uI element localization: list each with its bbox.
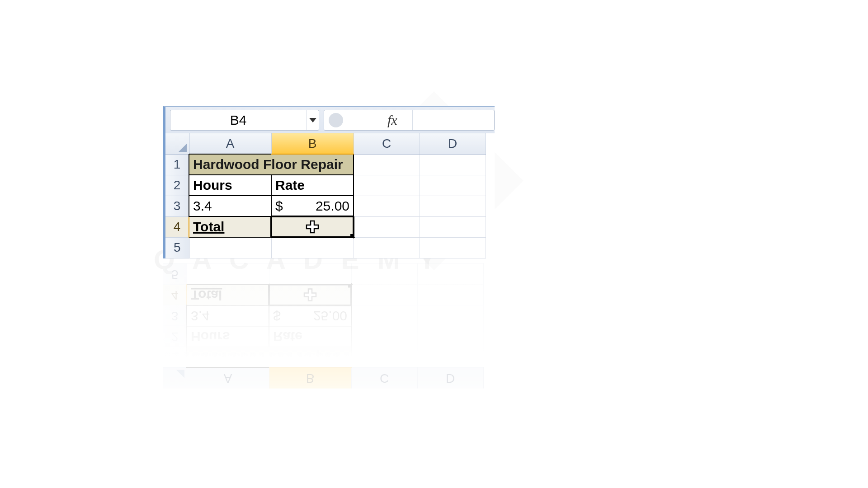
svg-marker-0 — [309, 118, 316, 122]
col-header-D[interactable]: D — [420, 133, 486, 154]
fx-icon[interactable]: fx — [387, 113, 397, 128]
formula-bar-row: B4 fx — [165, 107, 495, 133]
row-header-5[interactable]: 5 — [165, 237, 189, 258]
cell-B5[interactable] — [271, 237, 354, 258]
cell-C3[interactable] — [354, 196, 420, 216]
cell-B3-rate-value[interactable]: $ 25.00 — [271, 196, 354, 216]
formula-bar-divider — [412, 110, 413, 130]
cell-D3[interactable] — [420, 196, 486, 216]
cell-A3-hours-value[interactable]: 3.4 — [189, 196, 271, 216]
cell-D4[interactable] — [420, 216, 486, 237]
cell-D1[interactable] — [420, 154, 486, 175]
row-header-1[interactable]: 1 — [165, 154, 189, 175]
cell-B2-rate-label[interactable]: Rate — [271, 175, 354, 196]
select-all-corner[interactable] — [165, 133, 189, 154]
cell-D5[interactable] — [420, 237, 486, 258]
spreadsheet-grid[interactable]: A B C D 1 Hardwood Floor Repair 2 Hours … — [165, 133, 495, 258]
cell-C2[interactable] — [354, 175, 420, 196]
cell-D2[interactable] — [420, 175, 486, 196]
col-header-A[interactable]: A — [189, 133, 271, 154]
reflection-fade — [163, 263, 495, 367]
name-box-dropdown[interactable] — [306, 110, 319, 130]
cell-C4[interactable] — [354, 216, 420, 237]
cell-C5[interactable] — [354, 237, 420, 258]
rate-amount: 25.00 — [316, 198, 349, 214]
reflection-decoration: A B C D 1 Hardwood Floor Repair 2 Hours … — [163, 263, 495, 389]
cell-A5[interactable] — [189, 237, 271, 258]
cancel-icon — [329, 113, 343, 127]
row-header-3[interactable]: 3 — [165, 196, 189, 216]
row-header-4[interactable]: 4 — [165, 216, 189, 237]
cell-C1[interactable] — [354, 154, 420, 175]
col-header-C[interactable]: C — [354, 133, 420, 154]
excel-window: B4 fx A B C D 1 Hardwood Floor Repair — [163, 106, 495, 258]
currency-symbol: $ — [275, 198, 283, 214]
cell-A4-total-label[interactable]: Total — [189, 216, 271, 237]
cell-cursor-icon — [306, 220, 319, 234]
name-box[interactable]: B4 — [170, 110, 319, 131]
chevron-down-icon — [309, 118, 316, 122]
row-header-2[interactable]: 2 — [165, 175, 189, 196]
cell-A2-hours-label[interactable]: Hours — [189, 175, 271, 196]
formula-bar[interactable]: fx — [324, 110, 495, 131]
col-header-B[interactable]: B — [271, 133, 354, 154]
cell-B4-selected[interactable] — [271, 216, 354, 237]
cell-A1-title[interactable]: Hardwood Floor Repair — [189, 154, 354, 175]
name-box-value: B4 — [170, 113, 306, 128]
